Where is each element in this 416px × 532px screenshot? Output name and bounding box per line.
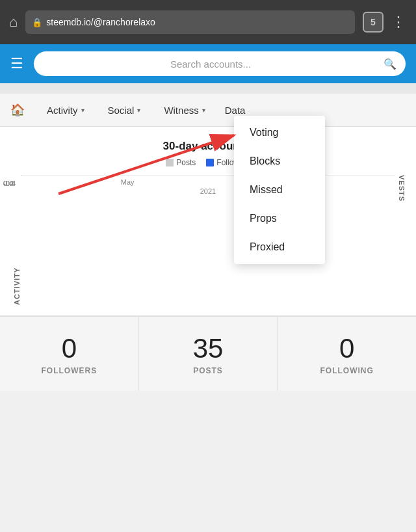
stat-followers: 0 FOLLOWERS	[0, 317, 139, 391]
hamburger-icon[interactable]: ☰	[10, 55, 23, 72]
dropdown-item-voting[interactable]: Voting	[234, 118, 325, 147]
witness-dropdown-arrow: ▾	[202, 107, 205, 114]
browser-home-icon[interactable]: ⌂	[9, 14, 18, 31]
chart-legend: Posts Followers	[10, 158, 406, 167]
chart-area: 0.4 0.0 -0.4 -0.8	[21, 175, 395, 176]
legend-posts-dot	[166, 159, 174, 166]
grid-line-4: -0.8	[21, 175, 395, 176]
stat-followers-value: 0	[6, 335, 132, 362]
stat-following-value: 0	[284, 335, 410, 362]
address-bar[interactable]: 🔒 steemdb.io/@ranchorelaxo	[25, 10, 355, 34]
chart-x-labels: May June	[21, 178, 395, 186]
nav-tabs: 🏠 Activity ▾ Social ▾ Witness ▾ Data	[0, 94, 416, 127]
lock-icon: 🔒	[32, 18, 42, 27]
activity-dropdown-arrow: ▾	[81, 107, 84, 114]
stat-posts-value: 35	[146, 335, 271, 362]
chart-year: 2021	[21, 187, 395, 195]
tab-count-badge[interactable]: 5	[363, 12, 384, 33]
witness-dropdown-menu: Voting Blocks Missed Props Proxied	[234, 116, 325, 264]
chart-inner: 0.4 0.0 -0.4 -0.8	[21, 175, 395, 305]
social-dropdown-arrow: ▾	[137, 107, 140, 114]
dropdown-item-missed[interactable]: Missed	[234, 176, 325, 204]
stat-posts: 35 POSTS	[139, 317, 278, 391]
app-header: ☰ Search accounts... 🔍	[0, 44, 416, 83]
chart-wrapper: ACTIVITY 0.4 0.0 -0.4 -0.8	[10, 175, 406, 305]
stats-section: 0 FOLLOWERS 35 POSTS 0 FOLLOWING	[0, 315, 416, 391]
dropdown-item-props[interactable]: Props	[234, 204, 325, 233]
search-bar[interactable]: Search accounts... 🔍	[34, 51, 406, 76]
chart-y-label-left: ACTIVITY	[10, 175, 21, 305]
chart-title: 30-day account h	[10, 140, 406, 153]
chart-y-label-right: VESTS	[395, 175, 406, 305]
tab-witness[interactable]: Witness ▾	[152, 94, 216, 126]
search-icon: 🔍	[384, 58, 396, 70]
chart-section: 30-day account h Posts Followers ACTIVIT…	[0, 127, 416, 315]
tab-social[interactable]: Social ▾	[96, 94, 153, 126]
stat-followers-label: FOLLOWERS	[6, 366, 132, 375]
legend-posts: Posts	[166, 158, 196, 167]
stat-following: 0 FOLLOWING	[278, 317, 416, 391]
url-text: steemdb.io/@ranchorelaxo	[46, 17, 155, 27]
stat-posts-label: POSTS	[146, 366, 271, 375]
more-menu-icon[interactable]: ⋮	[391, 14, 407, 31]
tab-home[interactable]: 🏠	[0, 94, 35, 126]
browser-bar: ⌂ 🔒 steemdb.io/@ranchorelaxo 5 ⋮	[0, 0, 416, 44]
tab-activity[interactable]: Activity ▾	[35, 94, 96, 126]
main-content: 🏠 Activity ▾ Social ▾ Witness ▾ Data 30-…	[0, 83, 416, 391]
search-placeholder-text: Search accounts...	[43, 59, 378, 70]
dropdown-item-blocks[interactable]: Blocks	[234, 147, 325, 176]
stat-following-label: FOLLOWING	[284, 366, 410, 375]
legend-followers-dot	[206, 159, 214, 166]
dropdown-item-proxied[interactable]: Proxied	[234, 233, 325, 261]
